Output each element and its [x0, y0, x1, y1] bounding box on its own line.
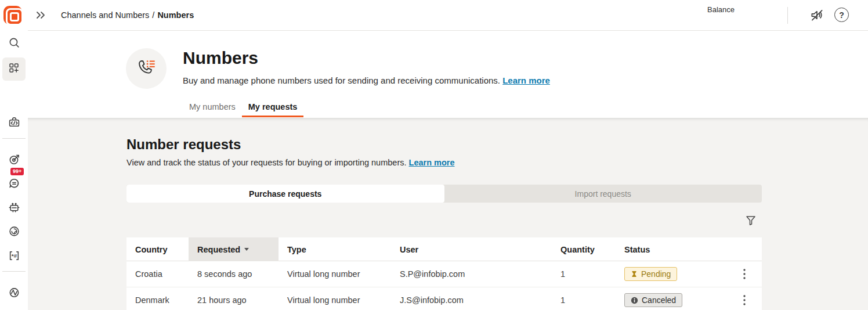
- top-bar: Channels and Numbers/Numbers Balance ?: [0, 0, 868, 30]
- numbers-product-avatar: [126, 48, 167, 89]
- sidebar-expand-icon[interactable]: [35, 9, 46, 21]
- table-row[interactable]: Croatia 8 seconds ago Virtual long numbe…: [126, 261, 762, 287]
- table-header-row: Country Requested Type User Quantity Sta…: [126, 237, 762, 261]
- status-badge-canceled: Canceled: [624, 293, 682, 307]
- cell-type: Virtual long number: [279, 295, 391, 305]
- cell-type: Virtual long number: [279, 269, 391, 279]
- tab-my-requests[interactable]: My requests: [242, 99, 304, 117]
- table-row[interactable]: Denmark 21 hours ago Virtual long number…: [126, 287, 762, 310]
- segment-import-requests[interactable]: Import requests: [444, 185, 762, 203]
- sidebar-item-automation[interactable]: [2, 282, 26, 305]
- unread-count-badge: 99+: [10, 168, 24, 175]
- info-icon: [631, 297, 638, 304]
- sidebar-divider: [2, 138, 26, 139]
- cell-status: Canceled: [616, 293, 727, 307]
- row-actions-kebab-icon[interactable]: [737, 267, 751, 281]
- column-header-country[interactable]: Country: [126, 237, 189, 261]
- chat-bubble-icon: [8, 177, 20, 192]
- swirl-icon: [8, 225, 20, 240]
- row-actions-kebab-icon[interactable]: [737, 293, 751, 307]
- sort-desc-icon: [244, 248, 249, 251]
- target-arrow-icon: [8, 153, 20, 168]
- sidebar-item-exchange[interactable]: [2, 221, 26, 244]
- column-header-requested[interactable]: Requested: [189, 237, 279, 261]
- requests-table: Country Requested Type User Quantity Sta…: [126, 237, 762, 310]
- hourglass-icon: [631, 271, 638, 277]
- cell-user: S.P@infobip.com: [391, 269, 552, 279]
- pulse-circle-icon: [8, 286, 20, 301]
- page-description: Buy and manage phone numbers used for se…: [183, 75, 550, 85]
- learn-more-link[interactable]: Learn more: [502, 75, 550, 85]
- cell-quantity: 1: [552, 295, 616, 305]
- sidebar-item-bot[interactable]: [2, 197, 26, 220]
- code-box-icon: [8, 116, 20, 131]
- cell-quantity: 1: [552, 269, 616, 279]
- mute-notifications-icon[interactable]: [809, 8, 824, 23]
- topbar-divider: [787, 7, 788, 24]
- breadcrumb-separator: /: [152, 10, 154, 20]
- column-header-type[interactable]: Type: [279, 237, 391, 261]
- robot-icon: [8, 201, 20, 216]
- request-type-segmented-control: Purchase requests Import requests: [126, 185, 762, 203]
- cell-user: J.S@infobip.com: [391, 295, 552, 305]
- tab-my-numbers[interactable]: My numbers: [183, 99, 242, 117]
- breadcrumb-section[interactable]: Channels and Numbers: [61, 10, 149, 20]
- svg-text:*#: *#: [11, 253, 17, 259]
- help-glyph: ?: [834, 8, 849, 22]
- phone-list-icon: [134, 55, 158, 82]
- cell-country: Croatia: [126, 269, 189, 279]
- infobip-logo[interactable]: [3, 6, 22, 24]
- breadcrumb: Channels and Numbers/Numbers: [61, 10, 194, 20]
- sidebar-item-keypad[interactable]: *#: [2, 245, 26, 268]
- sidebar-item-conversations[interactable]: 99+: [2, 172, 26, 196]
- page-title: Numbers: [183, 48, 258, 68]
- apps-grid-icon: [8, 62, 20, 76]
- sidebar-item-apps[interactable]: [2, 57, 26, 81]
- sidebar-divider: [2, 271, 26, 272]
- filter-icon[interactable]: [744, 214, 757, 227]
- cell-status: Pending: [616, 267, 727, 281]
- status-badge-pending: Pending: [624, 267, 677, 281]
- balance-label: Balance: [707, 5, 735, 14]
- cell-requested: 8 seconds ago: [189, 269, 279, 279]
- section-description: View and track the status of your reques…: [126, 158, 455, 167]
- sidebar-item-search[interactable]: [2, 32, 26, 55]
- column-header-user[interactable]: User: [391, 237, 552, 261]
- page-tabs: My numbers My requests: [183, 99, 303, 117]
- sidebar-item-analytics[interactable]: [2, 306, 26, 310]
- cell-country: Denmark: [126, 295, 189, 305]
- cell-requested: 21 hours ago: [189, 295, 279, 305]
- keypad-brackets-icon: *#: [8, 250, 20, 264]
- sidebar-item-code-box[interactable]: [2, 111, 26, 135]
- column-header-actions: [727, 237, 762, 261]
- column-header-quantity[interactable]: Quantity: [552, 237, 616, 261]
- segment-purchase-requests[interactable]: Purchase requests: [126, 185, 444, 203]
- help-icon[interactable]: ?: [834, 8, 849, 22]
- breadcrumb-current: Numbers: [157, 10, 194, 20]
- sidebar-nav: 99+ *#: [0, 30, 28, 310]
- learn-more-link[interactable]: Learn more: [409, 158, 455, 167]
- section-title: Number requests: [126, 136, 241, 153]
- topbar-bottom-border: [28, 30, 868, 31]
- column-header-status[interactable]: Status: [616, 237, 727, 261]
- search-icon: [8, 37, 20, 51]
